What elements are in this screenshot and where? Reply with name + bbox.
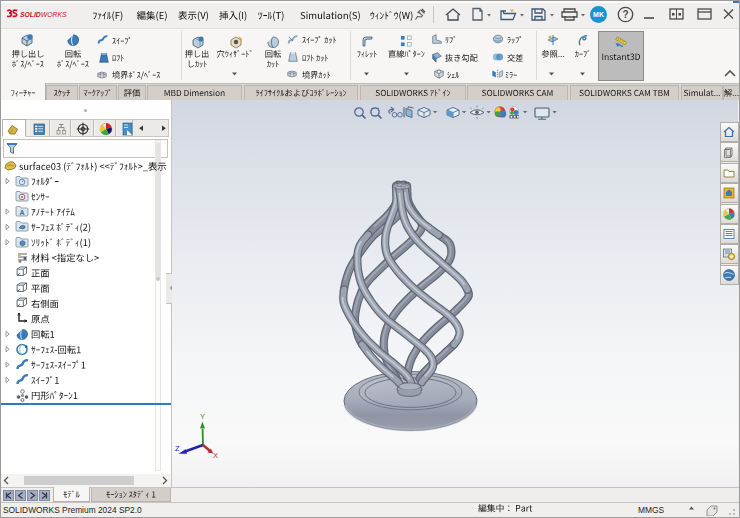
svg-text:Z: Z xyxy=(175,444,180,453)
svg-text:X: X xyxy=(213,451,218,460)
svg-text:Y: Y xyxy=(200,412,205,421)
